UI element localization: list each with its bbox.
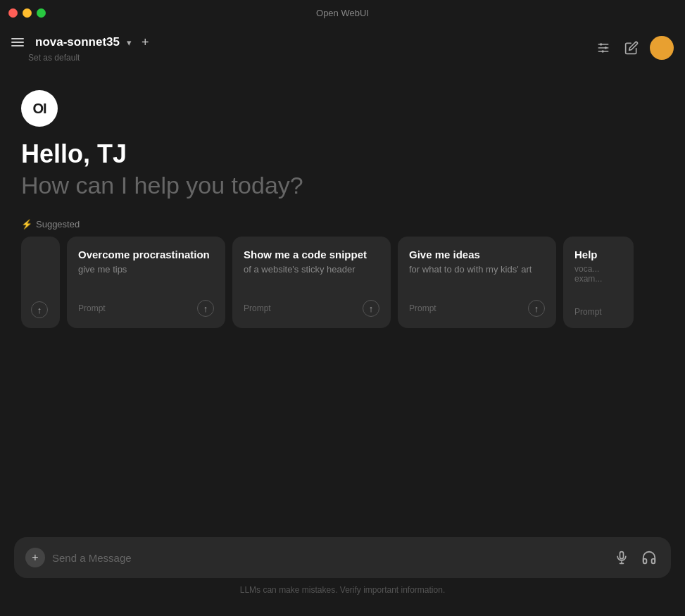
card-2-footer: Prompt ↑ (244, 300, 379, 317)
card-1-footer: Prompt ↑ (78, 300, 214, 317)
card-4-footer: Prompt (574, 307, 622, 317)
hamburger-line-3 (11, 45, 24, 46)
toolbar-left: nova-sonnet35 ▾ + Set as default (8, 34, 152, 63)
card-4-prompt: Prompt (574, 307, 602, 317)
input-container: + (14, 537, 671, 578)
set-default-label[interactable]: Set as default (28, 53, 80, 63)
hamburger-line-2 (11, 42, 24, 43)
settings-button[interactable] (593, 38, 613, 58)
main-content: OI Hello, TJ How can I help you today? ⚡… (0, 69, 685, 328)
cards-container: ↑ Overcome procrastination give me tips … (21, 237, 664, 328)
edit-button[interactable] (622, 38, 641, 58)
toolbar-left-row: nova-sonnet35 ▾ + (8, 34, 152, 51)
window-title: Open WebUI (316, 8, 369, 18)
microphone-button[interactable] (612, 548, 631, 567)
card-4-title: Help (574, 248, 622, 262)
sliders-icon (596, 41, 610, 55)
card-2-title: Show me a code snippet (244, 248, 379, 262)
close-button[interactable] (8, 8, 18, 18)
card-2-arrow-button[interactable]: ↑ (363, 300, 379, 317)
input-add-button[interactable]: + (25, 548, 45, 567)
suggested-label: ⚡ Suggested (21, 219, 664, 230)
card-2-prompt: Prompt (244, 303, 271, 313)
greeting-name: Hello, TJ (21, 139, 664, 169)
greeting-subtitle: How can I help you today? (21, 172, 664, 199)
svg-point-3 (600, 43, 602, 45)
card-partial-arrow-button[interactable]: ↑ (31, 301, 48, 318)
card-1-title: Overcome procrastination (78, 248, 214, 262)
input-area: + LLMs can make mistakes. Verify importa… (14, 537, 671, 595)
card-3-subtitle: for what to do with my kids' art (409, 264, 545, 275)
card-3-prompt: Prompt (409, 303, 436, 313)
bolt-icon: ⚡ (21, 219, 32, 230)
hamburger-line-1 (11, 38, 24, 39)
hamburger-button[interactable] (8, 35, 27, 49)
avatar[interactable] (650, 36, 674, 60)
card-3-title: Give me ideas (409, 248, 545, 262)
card-2[interactable]: Show me a code snippet of a website's st… (232, 237, 391, 328)
card-3-content: Give me ideas for what to do with my kid… (409, 248, 545, 275)
toolbar: nova-sonnet35 ▾ + Set as default (0, 25, 685, 69)
card-2-subtitle: of a website's sticky header (244, 264, 379, 275)
card-3[interactable]: Give me ideas for what to do with my kid… (398, 237, 556, 328)
minimize-button[interactable] (23, 8, 32, 18)
logo-text: OI (32, 101, 46, 117)
card-1[interactable]: Overcome procrastination give me tips Pr… (67, 237, 225, 328)
svg-point-4 (605, 46, 607, 49)
suggested-section: ⚡ Suggested ↑ Overcome procrastination g… (21, 219, 664, 328)
traffic-lights (8, 8, 46, 18)
toolbar-right (593, 36, 674, 60)
headphones-button[interactable] (639, 547, 660, 568)
card-1-prompt: Prompt (78, 303, 106, 313)
card-1-arrow-button[interactable]: ↑ (197, 300, 214, 317)
card-1-content: Overcome procrastination give me tips (78, 248, 214, 275)
card-4-content: Help voca...exam... (574, 248, 622, 284)
svg-point-5 (602, 50, 604, 52)
card-2-content: Show me a code snippet of a website's st… (244, 248, 379, 275)
model-dropdown-button[interactable]: ▾ (125, 36, 133, 49)
headphones-icon (641, 550, 657, 565)
model-name: nova-sonnet35 (35, 35, 120, 49)
suggested-text: Suggested (36, 219, 80, 230)
card-3-arrow-button[interactable]: ↑ (528, 300, 545, 317)
microphone-icon (615, 551, 629, 565)
disclaimer: LLMs can make mistakes. Verify important… (14, 585, 671, 595)
logo: OI (21, 90, 58, 127)
maximize-button[interactable] (37, 8, 46, 18)
card-partial-left: ↑ (21, 237, 60, 328)
svg-rect-6 (620, 552, 624, 559)
pencil-icon (624, 41, 639, 55)
card-4-subtitle: voca...exam... (574, 264, 622, 284)
card-1-subtitle: give me tips (78, 264, 214, 275)
card-partial-right: Help voca...exam... Prompt (563, 237, 634, 328)
title-bar: Open WebUI (0, 0, 685, 25)
card-3-footer: Prompt ↑ (409, 300, 545, 317)
add-chat-button[interactable]: + (139, 34, 152, 51)
message-input[interactable] (52, 552, 605, 564)
